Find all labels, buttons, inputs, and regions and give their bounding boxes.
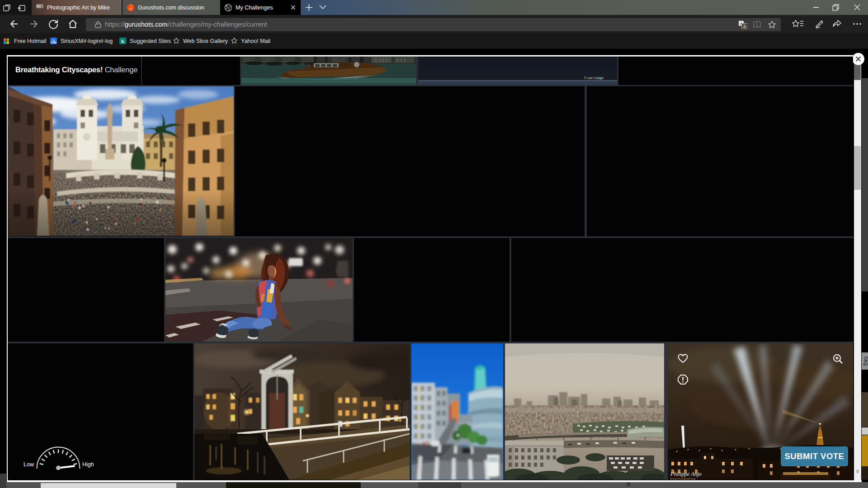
svg-text:あ: あ bbox=[742, 24, 746, 29]
svg-text:b: b bbox=[121, 38, 124, 44]
svg-text:© Lee Craigie: © Lee Craigie bbox=[584, 76, 604, 80]
svg-text:SXM: SXM bbox=[51, 41, 57, 44]
